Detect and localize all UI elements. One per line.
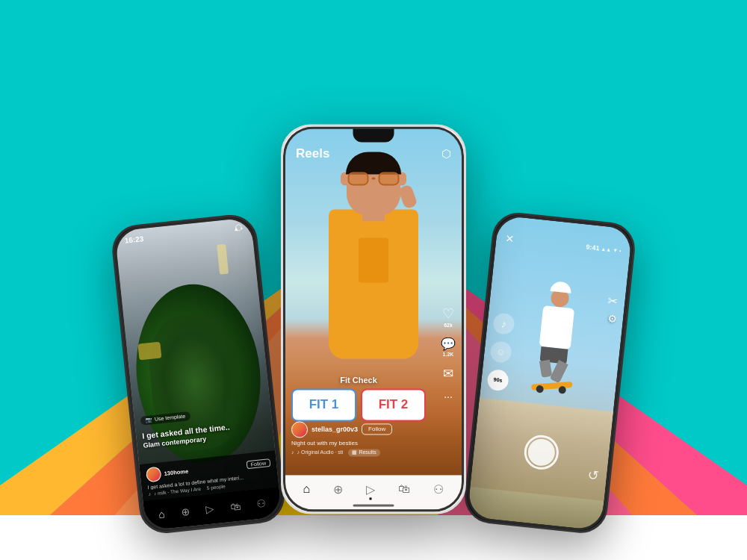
capture-inner bbox=[527, 438, 557, 467]
badge-label: 90s bbox=[493, 377, 502, 383]
pillow bbox=[137, 342, 161, 361]
left-nav-reels[interactable]: ▷ bbox=[205, 503, 215, 515]
left-nav-home[interactable]: ⌂ bbox=[158, 508, 165, 520]
badge-circle-wrap[interactable]: 90s bbox=[486, 369, 509, 392]
results-text: Results bbox=[359, 450, 376, 455]
right-top-status: 9:41 ▲▲ ▼ ▪ bbox=[586, 243, 622, 255]
instagram-logo-small: 📷 bbox=[146, 417, 153, 423]
heart-icon[interactable]: ♡ bbox=[442, 306, 454, 323]
fit-check-label: Fit Check bbox=[291, 376, 426, 385]
center-nav-shop[interactable]: 🛍 bbox=[398, 482, 410, 496]
center-content: Reels ⬡ ♡ 62k 💬 1.2K ✉ ··· Fit Check bbox=[285, 128, 462, 509]
reels-title: Reels bbox=[296, 146, 329, 161]
results-badge[interactable]: ▦ Results bbox=[348, 449, 379, 456]
left-follow-btn[interactable]: Follow bbox=[246, 458, 270, 469]
right-signal: ▲▲ bbox=[601, 246, 612, 252]
person-neck bbox=[362, 206, 385, 221]
phones-container: 16:23 ▲ ▪ ⬡ 📷 Use template I get asked a… bbox=[112, 69, 635, 547]
sticker-icon: ☺ bbox=[496, 346, 506, 358]
right-close-icon[interactable]: ✕ bbox=[505, 232, 515, 245]
center-follow-btn[interactable]: Follow bbox=[362, 424, 392, 435]
glass-bridge bbox=[372, 178, 376, 180]
center-bottom-info: stellas_gr00v3 Follow Night out with my … bbox=[285, 421, 432, 456]
left-people: 5 people bbox=[206, 483, 226, 491]
music-note-icon-left: ♪ bbox=[148, 491, 151, 497]
center-avatar bbox=[291, 421, 308, 438]
music-icon-wrap[interactable]: ♪ bbox=[492, 312, 515, 335]
center-user-row: stellas_gr00v3 Follow bbox=[291, 421, 426, 438]
fit-buttons-row: FIT 1 FIT 2 bbox=[291, 388, 426, 421]
left-username: 130home bbox=[164, 467, 188, 476]
left-nav-profile[interactable]: ⚇ bbox=[256, 497, 267, 510]
center-audio-text: ♪ Original Audio · sti bbox=[297, 450, 344, 455]
like-count: 62k bbox=[444, 323, 453, 329]
glass-right bbox=[379, 172, 400, 185]
share-icon[interactable]: ✉ bbox=[443, 367, 453, 382]
capture-outer bbox=[523, 433, 561, 471]
person-glasses bbox=[348, 172, 400, 185]
jacket-detail bbox=[359, 237, 388, 282]
right-mute-icon[interactable]: ✂ bbox=[607, 293, 619, 308]
reels-active-dot bbox=[370, 497, 372, 500]
comment-icon-wrap: 💬 1.2K bbox=[441, 337, 456, 358]
skater-torso bbox=[539, 305, 575, 349]
mute-icon-symbol: ✂ bbox=[607, 294, 619, 308]
center-username: stellas_gr00v3 bbox=[311, 426, 358, 433]
music-icon-right: ♪ bbox=[500, 317, 507, 330]
person-torso bbox=[329, 209, 418, 358]
center-nav-home[interactable]: ⌂ bbox=[303, 482, 311, 496]
rotate-icon[interactable]: ↺ bbox=[587, 468, 600, 484]
right-bottom-icons: ↺ bbox=[587, 467, 600, 485]
sticker-icon-wrap[interactable]: ☺ bbox=[489, 340, 512, 364]
left-time: 16:23 bbox=[124, 234, 144, 245]
left-phone: 16:23 ▲ ▪ ⬡ 📷 Use template I get asked a… bbox=[110, 212, 287, 535]
left-nav-shop[interactable]: 🛍 bbox=[229, 500, 241, 512]
glass-left bbox=[348, 172, 369, 185]
right-side-icons-top: ⚙ bbox=[607, 312, 618, 325]
center-side-icons: ♡ 62k 💬 1.2K ✉ ··· bbox=[441, 306, 456, 403]
capture-button-area[interactable] bbox=[523, 433, 561, 471]
center-phone: Reels ⬡ ♡ 62k 💬 1.2K ✉ ··· Fit Check bbox=[281, 124, 466, 514]
right-settings-icon[interactable]: ⚙ bbox=[607, 312, 618, 325]
use-template-text: Use template bbox=[155, 414, 186, 422]
right-battery: ▪ bbox=[619, 248, 622, 253]
fit1-button[interactable]: FIT 1 bbox=[291, 388, 356, 421]
left-nav-search[interactable]: ⊕ bbox=[180, 505, 190, 518]
center-nav-search[interactable]: ⊕ bbox=[333, 482, 343, 497]
right-phone: ✕ 9:41 ▲▲ ▼ ▪ ⚙ ♪ ☺ bbox=[462, 211, 638, 536]
comment-count: 1.2K bbox=[443, 352, 454, 358]
center-audio-row: ♪ ♪ Original Audio · sti ▦ Results bbox=[291, 449, 426, 456]
fit-check-area: Fit Check FIT 1 FIT 2 bbox=[285, 376, 432, 426]
center-camera-icon[interactable]: ⬡ bbox=[441, 147, 451, 161]
left-camera-icon[interactable]: ⬡ bbox=[235, 223, 243, 233]
more-icon[interactable]: ··· bbox=[444, 391, 453, 403]
comment-icon[interactable]: 💬 bbox=[441, 337, 456, 352]
center-home-indicator bbox=[353, 504, 394, 506]
center-notch bbox=[353, 128, 394, 142]
center-nav-profile[interactable]: ⚇ bbox=[433, 482, 444, 497]
skater-body bbox=[539, 305, 575, 349]
left-avatar bbox=[146, 466, 162, 482]
right-time: 9:41 bbox=[586, 243, 600, 252]
music-note-icon-center: ♪ bbox=[291, 450, 294, 455]
right-wifi: ▼ bbox=[613, 247, 619, 253]
like-icon-wrap: ♡ 62k bbox=[442, 306, 454, 329]
center-caption: Night out with my besties bbox=[291, 440, 426, 447]
fit2-button[interactable]: FIT 2 bbox=[361, 388, 426, 421]
chart-icon: ▦ bbox=[352, 449, 357, 455]
center-nav-reels[interactable]: ▷ bbox=[366, 482, 375, 497]
